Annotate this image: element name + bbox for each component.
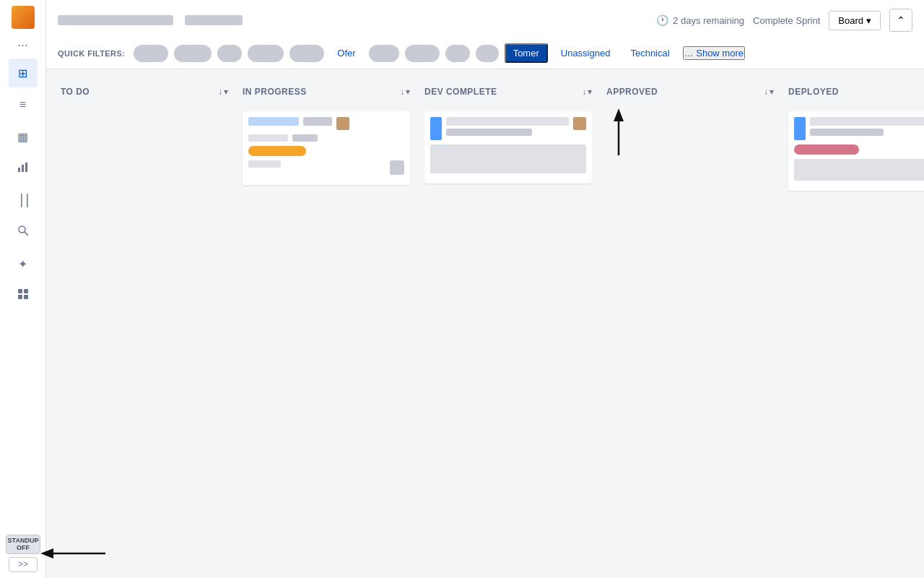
svg-point-3 <box>19 226 25 233</box>
column-devcomplete-sort-button[interactable]: ↓ ▾ <box>582 87 592 97</box>
quick-filters-label: QUICK FILTERS: <box>58 49 125 58</box>
column-inprogress-title: In Progress <box>243 87 307 97</box>
sidebar-item-apps[interactable]: ✦ <box>9 249 38 278</box>
column-approved-header: Approved ↓ ▾ <box>603 81 777 103</box>
card-block <box>810 129 884 136</box>
column-inprogress: In Progress ↓ ▾ <box>240 81 413 566</box>
column-todo-sort-button[interactable]: ↓ ▾ <box>218 87 228 97</box>
column-deployed-title: Deployed <box>788 87 839 97</box>
standup-button[interactable]: STANDUP OFF <box>6 535 40 554</box>
project-title-blurred <box>58 15 173 25</box>
svg-rect-7 <box>18 295 22 299</box>
filter-technical-button[interactable]: Technical <box>623 45 676 61</box>
sprint-title-blurred <box>185 15 243 25</box>
sidebar-item-backlog[interactable]: ≡ <box>9 90 38 119</box>
standup-label-1: STANDUP <box>8 537 39 545</box>
card-row <box>248 134 404 142</box>
collapse-icon: >> <box>18 559 28 569</box>
expand-button[interactable]: ⌃ <box>889 9 912 32</box>
card-block <box>810 117 924 126</box>
svg-rect-5 <box>18 289 22 293</box>
card-inprogress-1[interactable] <box>243 111 410 185</box>
header-actions: 🕐 2 days remaining Complete Sprint Board… <box>656 9 912 32</box>
card-block <box>573 117 586 130</box>
card-block <box>248 117 299 126</box>
filter-chip-blurred-2[interactable] <box>174 45 212 62</box>
card-block <box>430 117 442 140</box>
sidebar-item-reports[interactable] <box>9 154 38 183</box>
card-devcomplete-1[interactable] <box>424 111 592 184</box>
card-row <box>430 144 586 173</box>
filter-chip-blurred-1[interactable] <box>134 45 168 62</box>
board-label: Board <box>838 15 863 26</box>
card-row <box>794 159 924 181</box>
sidebar-item-board[interactable]: ▦ <box>9 122 38 151</box>
filter-chip-blurred-6[interactable] <box>369 45 399 62</box>
svg-line-4 <box>25 232 28 236</box>
sidebar-item-search[interactable] <box>9 217 38 246</box>
collapse-sidebar-button[interactable]: >> <box>9 557 38 572</box>
dashboard-icon: ⊞ <box>18 66 27 80</box>
svg-rect-8 <box>24 295 28 299</box>
card-row <box>794 117 924 140</box>
sort-chevron-icon: ▾ <box>770 87 774 97</box>
clock-icon: 🕐 <box>656 14 668 26</box>
sidebar-item-timeline[interactable]: ⎟⎟ <box>9 186 38 215</box>
svg-rect-6 <box>24 289 28 293</box>
pages-icon <box>17 288 29 303</box>
card-block <box>390 160 404 175</box>
column-approved-title: Approved <box>606 87 658 97</box>
filter-chip-blurred-8[interactable] <box>445 45 470 62</box>
sidebar: ··· ⊞ ≡ ▦ ⎟⎟ ✦ <box>0 0 46 578</box>
backlog-icon: ≡ <box>19 98 26 111</box>
timeline-icon: ⎟⎟ <box>17 194 29 207</box>
more-options-icon[interactable]: ··· <box>17 38 28 53</box>
complete-sprint-button[interactable]: Complete Sprint <box>753 15 820 26</box>
header-title-area <box>58 15 243 25</box>
sprint-info: 🕐 2 days remaining <box>656 14 744 26</box>
sort-chevron-icon: ▾ <box>406 87 410 97</box>
card-row <box>248 146 404 156</box>
filter-chip-blurred-4[interactable] <box>248 45 284 62</box>
card-block <box>336 117 349 130</box>
column-approved-sort-button[interactable]: ↓ ▾ <box>764 87 774 97</box>
column-todo-header: To Do ↓ ▾ <box>58 81 231 103</box>
sort-icon: ↓ <box>400 87 404 97</box>
card-block <box>248 160 281 168</box>
avatar[interactable] <box>12 6 35 29</box>
quick-filters-bar: QUICK FILTERS: Ofer Tomer Unassigned Tec… <box>58 38 912 69</box>
svg-rect-0 <box>18 168 20 172</box>
sidebar-item-dashboard[interactable]: ⊞ <box>9 59 38 87</box>
column-devcomplete-body <box>422 108 595 566</box>
apps-icon: ✦ <box>18 257 27 271</box>
filter-chip-blurred-5[interactable] <box>289 45 324 62</box>
show-more-button[interactable]: … Show more <box>683 46 745 60</box>
card-deployed-1[interactable] <box>788 111 924 191</box>
column-approved: Approved ↓ ▾ <box>603 81 777 566</box>
column-todo: To Do ↓ ▾ <box>58 81 231 566</box>
filter-unassigned-button[interactable]: Unassigned <box>554 45 618 61</box>
bottom-bar: STANDUP OFF >> <box>0 535 46 578</box>
filter-chip-blurred-7[interactable] <box>405 45 440 62</box>
filter-chip-blurred-3[interactable] <box>217 45 242 62</box>
card-block <box>794 159 924 181</box>
filter-offer-button[interactable]: Ofer <box>330 45 362 61</box>
svg-rect-1 <box>22 165 24 172</box>
main-content: 🕐 2 days remaining Complete Sprint Board… <box>46 0 924 578</box>
card-block <box>794 144 859 155</box>
expand-icon: ⌃ <box>897 14 905 26</box>
card-block <box>794 117 806 140</box>
sidebar-item-pages[interactable] <box>9 281 38 310</box>
svg-rect-2 <box>25 163 27 172</box>
chevron-down-icon: ▾ <box>866 15 871 26</box>
filter-chip-blurred-9[interactable] <box>476 45 499 62</box>
card-block <box>303 117 332 126</box>
board-view-button[interactable]: Board ▾ <box>829 11 881 30</box>
sort-chevron-icon: ▾ <box>224 87 228 97</box>
filter-tomer-button[interactable]: Tomer <box>505 43 548 63</box>
card-row <box>248 117 404 130</box>
column-inprogress-body <box>240 108 413 566</box>
sort-chevron-icon: ▾ <box>588 87 592 97</box>
column-inprogress-sort-button[interactable]: ↓ ▾ <box>400 87 410 97</box>
column-todo-body <box>58 108 231 566</box>
